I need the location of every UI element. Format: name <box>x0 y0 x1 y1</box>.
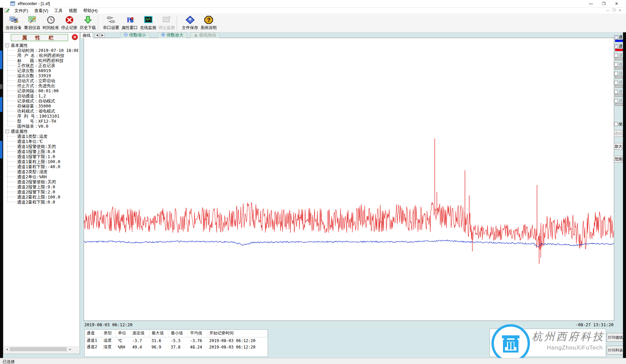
stats-header-cell: 选定值 <box>130 330 149 337</box>
checkbox-checked-icon[interactable] <box>614 44 618 48</box>
tree-children: 启动时间：2019-07-10 18:08:用 户 名：杭州西府科技标 题：杭州… <box>7 48 78 129</box>
toolbar-button-4[interactable]: 历史下载 <box>79 13 97 32</box>
toolbar-button-6[interactable]: P属性窗口 <box>120 13 139 32</box>
tab-scroll-left-button[interactable]: ◀ <box>95 33 99 38</box>
checkbox-icon[interactable] <box>614 72 618 75</box>
time-calibration-icon <box>46 15 56 25</box>
checkbox-icon[interactable] <box>614 90 618 94</box>
tree-node[interactable]: 记录间隔：00:01:00 <box>7 88 78 93</box>
checkbox-icon[interactable] <box>614 63 618 66</box>
tree-node[interactable]: 通道2报警下限:2.0 <box>7 189 78 194</box>
tree-node[interactable]: 存储容量：35000 <box>7 103 78 109</box>
tree-node[interactable]: 标 题：杭州西府科技 <box>7 58 78 63</box>
close-button[interactable]: ✕ <box>610 0 623 7</box>
scrollbar-thumb[interactable] <box>10 347 67 351</box>
stats-table: 通道类型单位选定值最大值最小值平均值开始记录时间 通道1温度℃-3.731.6-… <box>84 329 268 357</box>
toolbar-button-10[interactable]: ?系统说明 <box>199 13 218 32</box>
checkbox-icon[interactable] <box>614 122 618 126</box>
toolbar-button-1[interactable]: 重启仪器 <box>23 13 41 32</box>
scroll-left-button[interactable]: ◂ <box>4 347 9 352</box>
stats-cell: ℃ <box>116 337 130 344</box>
zoom-in-button[interactable]: 倍数放大 <box>158 32 187 38</box>
mdi-close-button[interactable]: ✕ <box>617 8 623 13</box>
end-time-label: -08-27 13:31:20 <box>553 322 614 327</box>
tree-node[interactable]: 通道1单位:℃ <box>7 139 78 144</box>
tree-node[interactable]: 通道1报警使能:关闭 <box>7 144 78 149</box>
serial-port-icon <box>107 15 116 25</box>
toolbar-button-9[interactable]: 文件保存 <box>181 13 199 32</box>
tree-node[interactable]: 固件版本：V0.0 <box>7 124 78 129</box>
drag-curve-label: 曲线拖动 <box>199 32 216 38</box>
toolbar-button-3[interactable]: 停止记录 <box>60 13 79 32</box>
document-edit-icon <box>4 8 10 14</box>
tree-node[interactable]: 通道1报警上限:8.0 <box>7 149 78 154</box>
tree-node[interactable]: 通道1报警下限:1.0 <box>7 154 78 159</box>
stats-cell: 通道2 <box>85 344 101 350</box>
restore-button[interactable]: ❐ <box>597 0 610 7</box>
print-list-button[interactable]: 打印列表 <box>607 346 624 355</box>
zoom-in-icon <box>161 33 165 38</box>
horizontal-scrollbar[interactable]: ◂ ▸ <box>4 346 79 353</box>
tree-node[interactable]: 工作状态：正在记录 <box>7 63 78 68</box>
tree-node[interactable]: 通道1类型:温度 <box>7 134 78 139</box>
checkbox-icon[interactable] <box>614 54 618 57</box>
tab-curve[interactable]: 曲线 <box>80 32 93 38</box>
humidity-curve <box>84 202 614 250</box>
tree-node[interactable]: 型 号：XF12-TH <box>7 119 78 124</box>
stats-cell: 2019-08-03 06:12:20 <box>207 337 268 344</box>
tree-node[interactable]: 通道2单位:%RH <box>7 174 78 179</box>
property-panel-header: 属 性 栏 <box>11 34 68 41</box>
tree-node[interactable]: 启动方式：立即启动 <box>7 78 78 83</box>
stats-cell: 49.4 <box>130 344 149 350</box>
stats-cell: 96.9 <box>149 344 169 350</box>
stats-header-cell: 通道 <box>85 330 101 337</box>
tree-node[interactable]: 停止方式：先进先出 <box>7 83 78 88</box>
zoom-out-button[interactable]: 倍数缩小 <box>120 32 149 38</box>
toolbar-button-5[interactable]: 串口设置 <box>102 13 120 32</box>
scroll-right-button[interactable]: ▸ <box>68 347 73 352</box>
menu-bar: 文件(F)查看(V)工具视图帮助(H) — ❐ ✕ <box>3 7 626 13</box>
menu-item-4[interactable]: 帮助(H) <box>83 8 97 14</box>
tree-node[interactable]: 记录模式：自动模式 <box>7 98 78 103</box>
panel-close-button[interactable]: ✕ <box>72 34 78 40</box>
toolbar-button-label: 历史下载 <box>80 25 96 31</box>
tree-node[interactable]: 功耗模式：省电模式 <box>7 109 78 114</box>
tree-node[interactable]: 通道2报警使能:关闭 <box>7 179 78 184</box>
tab-scroll-right-button[interactable]: ▶ <box>100 33 105 38</box>
checkbox-checked-icon[interactable] <box>614 35 618 39</box>
toolbar-button-0[interactable]: 连接设备 <box>4 13 23 32</box>
menu-item-2[interactable]: 工具 <box>54 8 63 14</box>
table-row: 通道2湿度%RH49.496.937.848.242019-08-03 06:1… <box>85 344 268 350</box>
tree-node[interactable]: 启动通道：1,2 <box>7 93 78 98</box>
app-icon <box>10 1 16 8</box>
collapse-icon[interactable]: − <box>5 129 9 133</box>
toolbar-button-label: 时间校准 <box>43 25 59 31</box>
tree-node[interactable]: 通道1量程下限:-40.0 <box>7 164 78 169</box>
trend-chart[interactable] <box>84 38 614 321</box>
menu-item-0[interactable]: 文件(F) <box>14 8 28 14</box>
tree-node[interactable]: 用 户 名：杭州西府科技 <box>7 53 78 58</box>
toolbar-button-2[interactable]: 时间校准 <box>41 13 60 32</box>
tree-node[interactable]: 通道2量程下限:0.0 <box>7 200 78 205</box>
collapse-icon[interactable]: − <box>5 43 9 47</box>
stats-cell: 37.8 <box>169 344 188 350</box>
menu-item-3[interactable]: 视图 <box>69 8 77 14</box>
tree-node[interactable]: 通道2报警上限:9.0 <box>7 184 78 189</box>
tree-group-row[interactable]: −基本属性 <box>5 43 78 48</box>
tree-node[interactable]: 启动时间：2019-07-10 18:08: <box>7 48 78 53</box>
minimize-button[interactable]: — <box>585 0 597 7</box>
mdi-minimize-button[interactable]: — <box>605 8 610 13</box>
toolbar-button-label: 属性窗口 <box>122 25 138 31</box>
toolbar-button-7[interactable]: 在线监测 <box>139 13 157 32</box>
tree-node[interactable]: 序 列 号：19013101 <box>7 114 78 119</box>
tree-node[interactable]: 通道1量程上限:100.0 <box>7 159 78 164</box>
tree-node[interactable]: 通道2类型:湿度 <box>7 169 78 174</box>
tree-node[interactable]: 溢出次数：33919 <box>7 73 78 78</box>
checkbox-icon[interactable] <box>614 99 618 103</box>
mdi-restore-button[interactable]: ❐ <box>611 8 617 13</box>
tree-group-row[interactable]: −通道属性 <box>5 129 78 134</box>
tree-node[interactable]: 记录次数：68919 <box>7 68 78 73</box>
menu-item-1[interactable]: 查看(V) <box>34 8 48 14</box>
tree-node[interactable]: 通道2量程上限:100.0 <box>7 194 78 200</box>
checkbox-icon[interactable] <box>614 81 618 85</box>
